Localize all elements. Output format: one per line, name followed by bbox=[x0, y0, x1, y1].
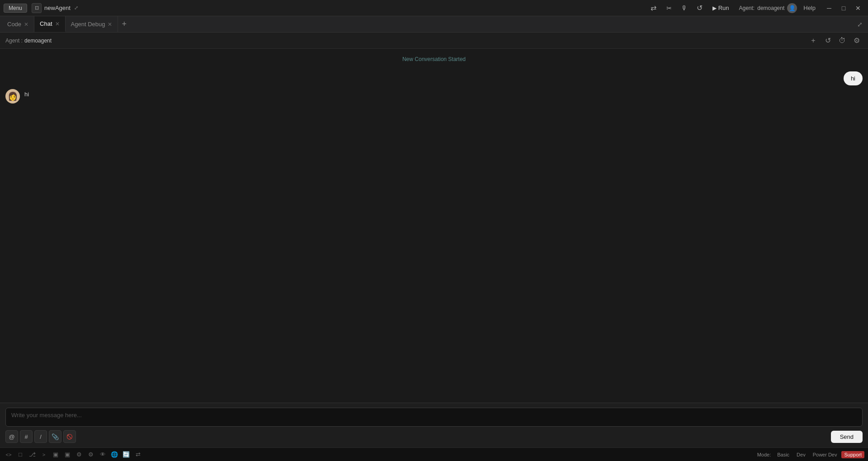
tab-chat[interactable]: Chat ✕ bbox=[34, 16, 65, 32]
agent-message-bubble: hi bbox=[24, 89, 29, 99]
shuffle-icon[interactable]: ⇄ bbox=[647, 2, 660, 14]
tab-code[interactable]: Code ✕ bbox=[2, 16, 34, 32]
play-icon: ▶ bbox=[712, 5, 717, 11]
slash-button[interactable]: / bbox=[34, 430, 47, 443]
agent-bar-actions: + ↺ ⏱ ⚙ bbox=[807, 35, 863, 47]
hash-button[interactable]: # bbox=[20, 430, 33, 443]
conversation-started: New Conversation Started bbox=[0, 54, 868, 64]
new-conversation-button[interactable]: + bbox=[807, 35, 819, 47]
close-chat-tab[interactable]: ✕ bbox=[55, 21, 60, 27]
terminal-icon[interactable]: > bbox=[39, 450, 49, 460]
agent-avatar: 👩 bbox=[5, 89, 20, 103]
microphone-icon[interactable]: 🎙 bbox=[678, 2, 691, 14]
tab-agent-debug[interactable]: Agent Debug ✕ bbox=[66, 16, 118, 32]
history-conversation-button[interactable]: ⏱ bbox=[836, 35, 848, 47]
agent-message-row: 👩 hi bbox=[5, 89, 863, 103]
agent-name-label: demoagent bbox=[757, 5, 784, 11]
send-button[interactable]: Send bbox=[831, 431, 863, 443]
chat-messages: hi 👩 hi bbox=[0, 71, 868, 103]
mode-dev-button[interactable]: Dev bbox=[794, 451, 808, 458]
app-title: newAgent bbox=[44, 5, 71, 11]
run-button[interactable]: ▶ Run bbox=[709, 3, 733, 13]
hide-button[interactable]: 🚫 bbox=[63, 430, 76, 443]
scissors-icon[interactable]: ✂ bbox=[663, 2, 675, 14]
box1-icon[interactable]: ▣ bbox=[51, 450, 61, 460]
expand-icon[interactable]: ⤢ bbox=[74, 5, 78, 11]
user-bubble: hi bbox=[844, 71, 863, 85]
expand-chat-icon[interactable]: ⤢ bbox=[854, 21, 866, 28]
settings-conversation-button[interactable]: ⚙ bbox=[851, 35, 863, 47]
globe-icon[interactable]: 🌐 bbox=[109, 450, 119, 460]
close-button[interactable]: ✕ bbox=[852, 2, 864, 14]
agent-bar: Agent : demoagent + ↺ ⏱ ⚙ bbox=[0, 33, 868, 49]
input-area: Write your message here... @ # / 📎 🚫 Sen… bbox=[0, 403, 868, 447]
chat2-icon[interactable]: □ bbox=[15, 450, 25, 460]
box2-icon[interactable]: ▣ bbox=[62, 450, 72, 460]
refresh-conversation-button[interactable]: ↺ bbox=[822, 35, 834, 47]
input-toolbar: @ # / 📎 🚫 Send bbox=[5, 430, 863, 443]
mode-label: Mode: bbox=[757, 452, 771, 457]
tab-bar: Code ✕ Chat ✕ Agent Debug ✕ + ⤢ bbox=[0, 16, 868, 33]
message-input-box[interactable]: Write your message here... bbox=[5, 408, 863, 427]
minimize-button[interactable]: ─ bbox=[823, 2, 835, 14]
title-bar: Menu ⊡ newAgent ⤢ ⇄ ✂ 🎙 ↺ ▶ Run Agent: d… bbox=[0, 0, 868, 16]
attach-button[interactable]: 📎 bbox=[49, 430, 61, 443]
branch-icon[interactable]: ⎇ bbox=[27, 450, 37, 460]
mode-powerdev-button[interactable]: Power Dev bbox=[810, 451, 840, 458]
close-agent-debug-tab[interactable]: ✕ bbox=[108, 22, 112, 27]
add-tab-button[interactable]: + bbox=[118, 16, 130, 32]
arrows-icon[interactable]: ⇄ bbox=[133, 450, 143, 460]
close-code-tab[interactable]: ✕ bbox=[24, 22, 28, 27]
restore-button[interactable]: □ bbox=[837, 2, 850, 14]
at-button[interactable]: @ bbox=[5, 430, 18, 443]
agent-label-group: Agent: demoagent bbox=[739, 5, 785, 11]
code-icon[interactable]: <> bbox=[4, 450, 14, 460]
title-bar-actions: ⇄ ✂ 🎙 ↺ ▶ Run Agent: demoagent 👤 Help bbox=[647, 2, 819, 14]
avatar: 👤 bbox=[787, 3, 797, 13]
history-icon[interactable]: ↺ bbox=[693, 2, 706, 14]
mode-basic-button[interactable]: Basic bbox=[774, 451, 792, 458]
user-message-row: hi bbox=[5, 71, 863, 85]
mode-support-button[interactable]: Support bbox=[841, 451, 864, 458]
eye-icon[interactable]: 👁 bbox=[98, 450, 108, 460]
status-bar: <> □ ⎇ > ▣ ▣ ⚙ ⚙ 👁 🌐 🔄 ⇄ Mode: Basic Dev… bbox=[0, 447, 868, 461]
agent-bar-label: Agent : bbox=[5, 38, 23, 44]
loop-icon[interactable]: 🔄 bbox=[121, 450, 131, 460]
chat-area: New Conversation Started hi 👩 hi bbox=[0, 49, 868, 403]
tab-icon[interactable]: ⊡ bbox=[32, 3, 42, 13]
agent-bar-name: demoagent bbox=[24, 38, 52, 44]
menu-button[interactable]: Menu bbox=[4, 4, 27, 13]
input-placeholder: Write your message here... bbox=[11, 412, 82, 419]
window-controls: ─ □ ✕ bbox=[823, 2, 864, 14]
gear3-icon[interactable]: ⚙ bbox=[86, 450, 96, 460]
gear2-icon[interactable]: ⚙ bbox=[74, 450, 84, 460]
help-button[interactable]: Help bbox=[800, 3, 819, 13]
